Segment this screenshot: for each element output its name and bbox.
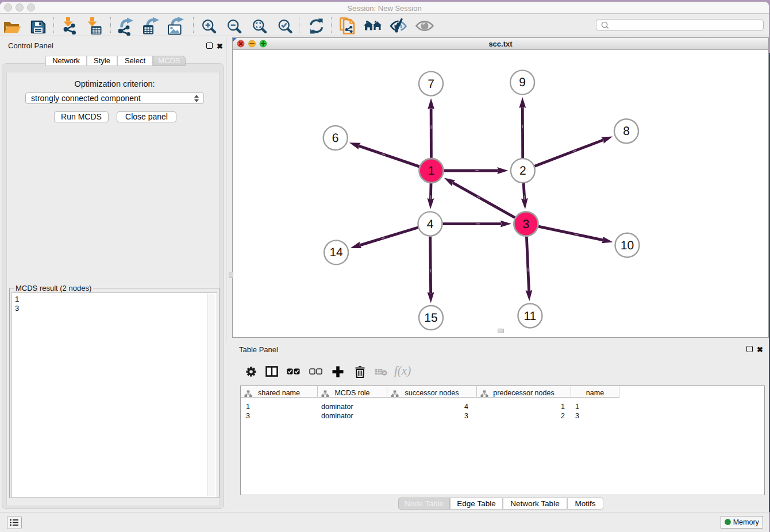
svg-text:1: 1: [428, 164, 435, 178]
svg-text:2: 2: [519, 164, 526, 178]
svg-text:3: 3: [523, 218, 530, 231]
svg-text:9: 9: [519, 76, 526, 89]
svg-text:10: 10: [621, 239, 634, 252]
svg-text:14: 14: [329, 246, 343, 259]
svg-text:7: 7: [428, 78, 434, 91]
svg-text:15: 15: [424, 311, 437, 325]
svg-text:4: 4: [427, 218, 434, 231]
svg-text:6: 6: [332, 132, 339, 145]
svg-text:8: 8: [623, 125, 630, 138]
svg-text:11: 11: [523, 310, 536, 323]
